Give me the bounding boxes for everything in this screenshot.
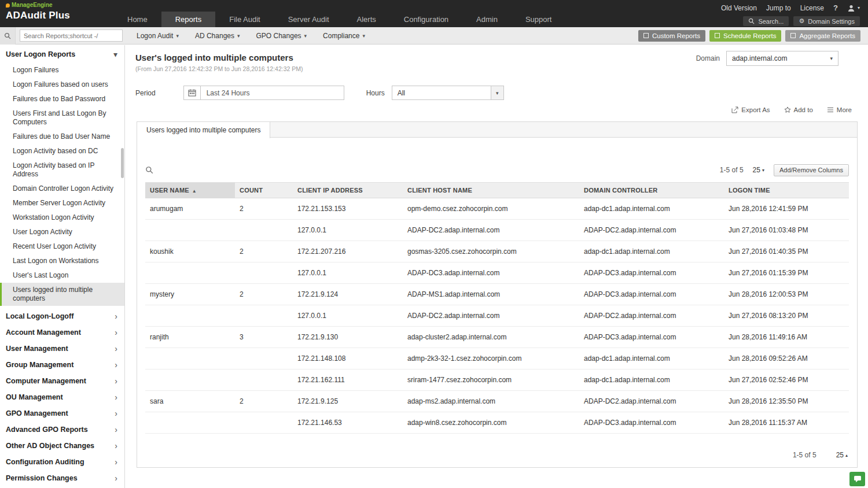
- sidebar-section-computer-management[interactable]: Computer Management›: [0, 373, 124, 389]
- sidebar-item-workstation-logon-activity[interactable]: Workstation Logon Activity: [0, 210, 124, 225]
- global-search-button[interactable]: Search...: [743, 16, 789, 26]
- cell-count: [235, 412, 293, 434]
- sidebar-item-failures-due-to-bad-password[interactable]: Failures due to Bad Password: [0, 92, 124, 106]
- sidebar-item-failures-due-to-bad-user-name[interactable]: Failures due to Bad User Name: [0, 130, 124, 144]
- top-link-license[interactable]: License: [800, 4, 824, 12]
- table-row[interactable]: 127.0.0.1ADAP-DC2.adap.internal.comADAP-…: [145, 220, 849, 241]
- sidebar-section-gpo-management[interactable]: GPO Management›: [0, 405, 124, 422]
- sidebar-item-users-first-and-last-logon-by-computers[interactable]: Users First and Last Logon By Computers: [0, 106, 124, 130]
- sidebar-item-user-s-last-logon[interactable]: User's Last Logon: [0, 268, 124, 283]
- chevron-right-icon: ›: [115, 345, 117, 353]
- sidebar-section-permission-changes[interactable]: Permission Changes›: [0, 470, 124, 486]
- menu-compliance[interactable]: Compliance▾: [315, 27, 373, 45]
- cell-user: koushik: [145, 241, 235, 263]
- action-export-as[interactable]: Export As: [731, 106, 770, 113]
- section-label: Computer Management: [6, 377, 86, 385]
- cell-host: adap-cluster2.adap.internal.com: [403, 327, 579, 348]
- sidebar-item-logon-failures-based-on-users[interactable]: Logon Failures based on users: [0, 77, 124, 92]
- nav-tab-file-audit[interactable]: File Audit: [215, 12, 274, 27]
- nav-tab-home[interactable]: Home: [113, 12, 161, 27]
- table-row[interactable]: sara2172.21.9.125adap-ms2.adap.internal.…: [145, 391, 849, 412]
- sidebar-section-other-ad-object-changes[interactable]: Other AD Object Changes›: [0, 438, 124, 454]
- chevron-right-icon: ›: [115, 409, 117, 417]
- sidebar-item-last-logon-on-workstations[interactable]: Last Logon on Workstations: [0, 254, 124, 268]
- nav-tab-configuration[interactable]: Configuration: [390, 12, 462, 27]
- menu-ad-changes[interactable]: AD Changes▾: [187, 27, 248, 45]
- table-row[interactable]: ranjith3172.21.9.130adap-cluster2.adap.i…: [145, 327, 849, 348]
- page-size-dropdown[interactable]: 25 ▾: [753, 166, 764, 174]
- column-header-client-ip-address[interactable]: CLIENT IP ADDRESS: [293, 183, 403, 198]
- sidebar-section-local-logon-logoff[interactable]: Local Logon-Logoff›: [0, 308, 124, 324]
- sidebar-section-account-management[interactable]: Account Management›: [0, 324, 124, 341]
- top-nav: HomeReportsFile AuditServer AuditAlertsC…: [113, 12, 566, 27]
- sidebar-item-user-logon-activity[interactable]: User Logon Activity: [0, 225, 124, 239]
- nav-tab-support[interactable]: Support: [512, 12, 566, 27]
- sidebar-scrollbar[interactable]: [121, 148, 124, 178]
- menu-logon-audit[interactable]: Logon Audit▾: [128, 27, 187, 45]
- table-row[interactable]: mystery2172.21.9.124ADAP-MS1.adap.intern…: [145, 284, 849, 305]
- add-remove-columns-button[interactable]: Add/Remove Columns: [774, 164, 849, 176]
- sidebar-item-users-logged-into-multiple-computers[interactable]: Users logged into multiple computers: [0, 283, 124, 306]
- sidebar-section-configuration-auditing[interactable]: Configuration Auditing›: [0, 454, 124, 470]
- table-row[interactable]: 127.0.0.1ADAP-DC3.adap.internal.comADAP-…: [145, 263, 849, 284]
- nav-tab-alerts[interactable]: Alerts: [343, 12, 390, 27]
- action-more[interactable]: More: [827, 106, 852, 113]
- search-icon: [4, 32, 11, 39]
- table-row[interactable]: 127.0.0.1ADAP-DC2.adap.internal.comADAP-…: [145, 305, 849, 327]
- sidebar-section-user-management[interactable]: User Management›: [0, 341, 124, 357]
- top-link-old-version[interactable]: Old Version: [721, 4, 757, 12]
- nav-tab-server-audit[interactable]: Server Audit: [274, 12, 343, 27]
- sidebar-section-advanced-gpo-reports[interactable]: Advanced GPO Reports›: [0, 422, 124, 438]
- search-reports-button[interactable]: [0, 27, 16, 45]
- user-menu[interactable]: ▾: [847, 4, 860, 12]
- caret-down-icon: ▾: [858, 5, 860, 10]
- aggregate-reports-button[interactable]: Aggregate Reports: [785, 30, 860, 42]
- sidebar-item-domain-controller-logon-activity[interactable]: Domain Controller Logon Activity: [0, 182, 124, 196]
- top-link-jump-to[interactable]: Jump to: [766, 4, 791, 12]
- column-header-client-host-name[interactable]: CLIENT HOST NAME: [403, 183, 579, 198]
- sidebar-sections: Local Logon-Logoff›Account Management›Us…: [0, 308, 124, 488]
- menu-gpo-changes[interactable]: GPO Changes▾: [248, 27, 315, 45]
- section-label: Advanced GPO Reports: [6, 426, 88, 434]
- hours-select[interactable]: All ▾: [392, 86, 504, 100]
- sidebar-section-group-management[interactable]: Group Management›: [0, 357, 124, 373]
- nav-tab-reports[interactable]: Reports: [161, 12, 216, 27]
- table-search-button[interactable]: [145, 166, 153, 174]
- column-header-user-name[interactable]: USER NAME▲: [145, 183, 235, 198]
- cell-host: ADAP-DC2.adap.internal.com: [403, 220, 579, 241]
- domain-select[interactable]: adap.internal.com ▾: [726, 51, 838, 66]
- help-icon[interactable]: ?: [833, 3, 838, 12]
- sidebar-item-logon-activity-based-on-ip-address[interactable]: Logon Activity based on IP Address: [0, 158, 124, 182]
- table-row[interactable]: arumugam2172.21.153.153opm-demo.csez.zoh…: [145, 198, 849, 220]
- custom-reports-button[interactable]: Custom Reports: [638, 30, 705, 42]
- chevron-right-icon: ›: [115, 328, 117, 337]
- sidebar-item-recent-user-logon-activity[interactable]: Recent User Logon Activity: [0, 239, 124, 254]
- table-row[interactable]: koushik2172.21.207.216gosmas-3205.csez.z…: [145, 241, 849, 263]
- page-size-dropdown-footer[interactable]: 25 ▴: [836, 451, 848, 459]
- schedule-reports-button[interactable]: Schedule Reports: [709, 30, 781, 42]
- table-row[interactable]: 172.21.148.108admp-2k3-32-1.csez.zohocor…: [145, 348, 849, 369]
- add-to-label: Add to: [794, 106, 813, 113]
- column-header-domain-controller[interactable]: DOMAIN CONTROLLER: [579, 183, 724, 198]
- sidebar-item-member-server-logon-activity[interactable]: Member Server Logon Activity: [0, 196, 124, 210]
- chevron-right-icon: ›: [115, 458, 117, 466]
- cell-count: [235, 305, 293, 327]
- chat-button[interactable]: [849, 472, 865, 486]
- calendar-button[interactable]: [183, 86, 201, 100]
- table-row[interactable]: 172.21.146.53adap-win8.csez.zohocorpin.c…: [145, 412, 849, 434]
- domain-settings-button[interactable]: ⚙ Domain Settings: [793, 16, 860, 26]
- section-label: User Management: [6, 345, 68, 353]
- tab-users-logged-into-multiple-computers[interactable]: Users logged into multiple computers: [137, 121, 270, 138]
- column-label: CLIENT HOST NAME: [407, 187, 472, 194]
- sidebar-section-user-logon-reports[interactable]: User Logon Reports ▾: [0, 45, 124, 63]
- column-header-logon-time[interactable]: LOGON TIME: [724, 183, 849, 198]
- column-header-count[interactable]: COUNT: [235, 183, 293, 198]
- nav-tab-admin[interactable]: Admin: [462, 12, 512, 27]
- table-row[interactable]: 172.21.162.111sriram-1477.csez.zohocorpi…: [145, 369, 849, 391]
- sidebar-item-logon-activity-based-on-dc[interactable]: Logon Activity based on DC: [0, 144, 124, 158]
- action-add-to[interactable]: Add to: [784, 106, 813, 113]
- period-input[interactable]: [201, 86, 344, 100]
- sidebar-item-logon-failures[interactable]: Logon Failures: [0, 63, 124, 77]
- sidebar-section-ou-management[interactable]: OU Management›: [0, 389, 124, 405]
- search-reports-input[interactable]: [20, 29, 123, 42]
